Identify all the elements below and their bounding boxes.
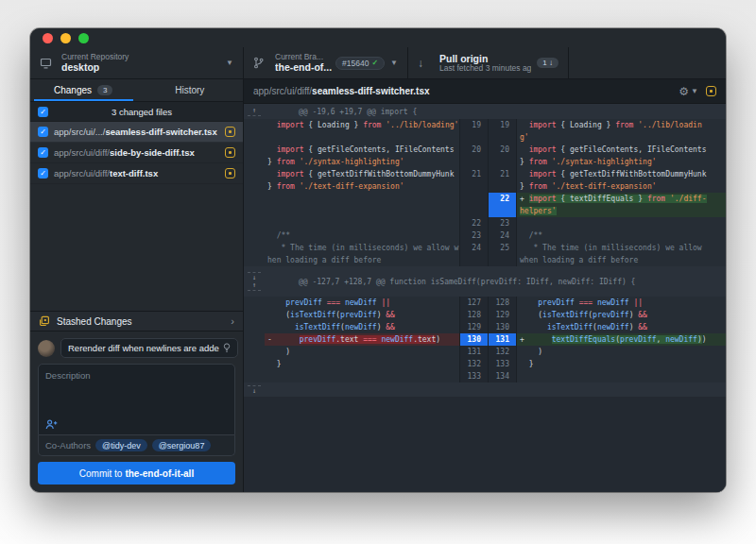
tab-history[interactable]: History	[137, 79, 244, 101]
close-window-button[interactable]	[43, 33, 53, 43]
commit-description-input[interactable]: Description	[38, 364, 235, 435]
file-row[interactable]: ✓app/src/ui/.../seamless-diff-switcher.t…	[30, 122, 243, 143]
diff-code-line[interactable]: + import { textDiffEquals } from './diff…	[516, 193, 726, 217]
diff-row: 22+ import { textDiffEquals } from './di…	[244, 193, 726, 217]
zoom-window-button[interactable]	[78, 33, 89, 43]
modified-status-icon	[706, 86, 716, 96]
diff-line-number[interactable]: 131	[459, 346, 488, 358]
diff-code-line[interactable]: + textDiffEquals(prevDiff, newDiff))	[516, 333, 726, 346]
diff-line-number[interactable]: 128	[488, 297, 516, 309]
diff-line-number[interactable]: 22	[459, 217, 488, 230]
sidebar-tabs: Changes 3 History	[30, 79, 243, 102]
stashed-changes-label: Stashed Changes	[57, 316, 132, 327]
diff-line-number[interactable]: 129	[459, 321, 488, 333]
toolbar-spacer	[569, 47, 726, 78]
diff-expand-margin	[244, 230, 265, 242]
diff-expand-margin: ↑	[244, 104, 265, 119]
toolbar: Current Repository desktop ▼ Current Bra…	[30, 47, 726, 79]
diff-expand-margin	[244, 242, 265, 266]
file-path-label: app/src/ui/.../seamless-diff-switcher.ts…	[54, 127, 219, 137]
file-row[interactable]: ✓app/src/ui/diff/side-by-side-diff.tsx	[30, 143, 243, 163]
branch-text: Current Bra... the-end-of...	[275, 53, 332, 74]
diff-expand-margin	[244, 144, 265, 168]
diff-line-number[interactable]: 19	[488, 119, 516, 144]
diff-line-number[interactable]: 23	[488, 217, 516, 230]
pull-request-badge[interactable]: #15640 ✓	[335, 57, 385, 70]
diff-expand-margin	[244, 217, 265, 230]
diff-code-line	[265, 217, 459, 230]
hunk-header-text: @@ -127,7 +128,7 @@ function isSameDiff(…	[265, 266, 726, 297]
diff-row: 2223	[244, 217, 726, 230]
diff-line-number[interactable]: 20	[459, 144, 488, 168]
diff-line-number[interactable]: 130	[488, 321, 516, 333]
diff-line-number[interactable]: 127	[459, 297, 488, 309]
git-branch-icon	[253, 57, 268, 69]
diff-line-number[interactable]: 24	[459, 242, 488, 266]
ci-check-icon: ✓	[371, 59, 378, 67]
file-path-label: app/src/ui/diff/text-diff.tsx	[54, 168, 219, 178]
diff-line-number[interactable]: 19	[459, 119, 488, 144]
diff-line-number[interactable]: 128	[459, 309, 488, 321]
diff-expand-margin	[244, 193, 265, 217]
expand-up-icon[interactable]: ↑	[248, 281, 261, 291]
expand-down-icon[interactable]: ↓	[248, 385, 261, 395]
coauthor-pill[interactable]: @tidy-dev	[95, 439, 147, 451]
user-avatar	[38, 340, 55, 357]
file-path-label: app/src/ui/diff/side-by-side-diff.tsx	[54, 147, 219, 158]
diff-code-line[interactable]: - prevDiff.text === newDiff.text)	[265, 333, 459, 346]
diff-line-number[interactable]: 24	[488, 230, 516, 242]
pull-origin-button[interactable]: ↓ Pull origin Last fetched 3 minutes ago…	[408, 47, 569, 78]
minimize-window-button[interactable]	[60, 33, 71, 43]
diff-line-number[interactable]: 25	[488, 242, 516, 266]
diff-code-line: }	[516, 358, 726, 370]
expand-down-icon[interactable]: ↓	[248, 272, 261, 281]
arrow-down-icon: ↓	[418, 57, 433, 70]
coauthors-label: Co-Authors	[45, 440, 91, 450]
gear-icon[interactable]: ⚙	[679, 86, 689, 97]
commit-summary-input[interactable]: Rerender diff when newlines are adde	[60, 338, 238, 358]
diff-code-line: /**	[265, 230, 459, 242]
pull-title: Pull origin	[439, 53, 531, 64]
file-checkbox[interactable]: ✓	[38, 168, 48, 178]
diff-code-line: import { Loading } from '../lib/loading'	[265, 119, 459, 144]
add-coauthor-icon[interactable]	[45, 419, 58, 430]
diff-expand-margin	[244, 358, 265, 370]
diff-line-number[interactable]: 23	[459, 230, 488, 242]
file-row[interactable]: ✓app/src/ui/diff/text-diff.tsx	[30, 163, 243, 184]
diff-code-line: import { getTextDiffWithBottomDummyHunk …	[265, 168, 459, 193]
diff-code-line: prevDiff === newDiff ||	[516, 297, 726, 309]
file-checkbox[interactable]: ✓	[38, 147, 48, 158]
diff-view: ↑@@ -19,6 +19,7 @@ import { import { Loa…	[244, 104, 726, 492]
diff-code-line	[516, 370, 726, 382]
diff-code-line: import { getTextDiffWithBottomDummyHunk …	[516, 168, 726, 193]
diff-line-number[interactable]: 130	[459, 333, 488, 346]
file-checkbox[interactable]: ✓	[38, 127, 48, 137]
diff-line-number[interactable]: 132	[459, 358, 488, 370]
diff-line-number[interactable]: 21	[459, 168, 488, 193]
diff-row: import { getFileContents, IFileContents …	[244, 144, 726, 168]
chevron-down-icon[interactable]: ▼	[691, 87, 698, 95]
coauthor-pill[interactable]: @sergiou87	[152, 439, 212, 451]
diff-code-line: }	[265, 358, 459, 370]
diff-line-number[interactable]: 132	[488, 346, 516, 358]
select-all-checkbox[interactable]: ✓	[38, 107, 48, 117]
diff-row: * The time (in milliseconds) we allow wh…	[244, 242, 726, 266]
lightbulb-icon[interactable]	[223, 343, 231, 353]
diff-row: /**2324 /**	[244, 230, 726, 242]
diff-line-number[interactable]: 22	[488, 193, 516, 217]
diff-line-number[interactable]: 21	[488, 168, 516, 193]
stashed-changes-row[interactable]: Stashed Changes ›	[30, 311, 243, 332]
diff-line-number[interactable]: 20	[488, 144, 516, 168]
current-branch-button[interactable]: Current Bra... the-end-of... #15640 ✓ ▼	[244, 47, 408, 78]
commit-button[interactable]: Commit to the-end-of-it-all	[38, 462, 235, 484]
tab-changes[interactable]: Changes 3	[30, 79, 137, 101]
diff-expand-margin	[244, 321, 265, 333]
diff-line-number[interactable]: 133	[459, 370, 488, 382]
diff-line-number[interactable]: 129	[488, 309, 516, 321]
diff-line-number[interactable]: 131	[488, 333, 516, 346]
expand-up-icon[interactable]: ↑	[248, 107, 261, 116]
diff-line-number[interactable]: 134	[488, 370, 516, 382]
diff-line-number[interactable]	[459, 193, 488, 217]
diff-line-number[interactable]: 133	[488, 358, 516, 370]
current-repository-button[interactable]: Current Repository desktop ▼	[30, 47, 244, 78]
